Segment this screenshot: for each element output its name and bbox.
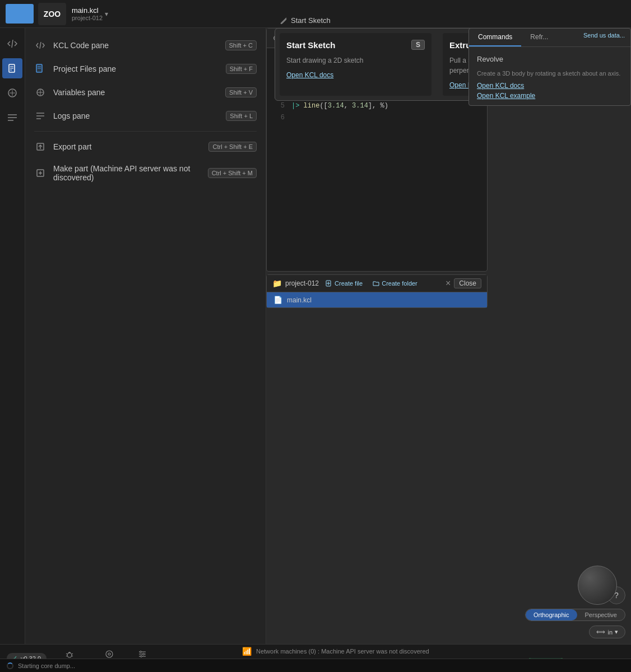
svg-line-45 [66,656,67,656]
svg-line-37 [281,18,286,24]
viewport-controls: ? Orthographic Perspective ⟺ in ▾ [525,586,625,638]
view-toggle: Orthographic Perspective [525,609,625,621]
revolve-description: Create a 3D body by rotating a sketch ab… [477,69,623,78]
create-folder-icon [373,280,379,287]
commands-tab[interactable]: Commands [469,29,521,46]
project-info: main.kcl project-012 [72,6,103,21]
code-icon [34,39,47,52]
sidebar-icon-logs[interactable] [2,108,22,128]
export-label: Export part [53,142,202,151]
svg-point-47 [106,651,113,657]
loading-bar: Starting core dump... [0,659,631,672]
perspective-button[interactable]: Perspective [577,609,625,620]
code-line-5: 5 |> line([3.14, 3.14], %) [267,100,487,112]
compass-sphere [578,566,617,605]
dimension-icon: ⟺ [596,628,605,636]
project-arrow-icon[interactable]: ▾ [105,10,108,18]
logs-label: Logs pane [53,111,219,120]
kcl-code-label: KCL Code pane [53,41,219,50]
logs-shortcut: Shift + L [226,111,257,121]
files-header: 📁 project-012 Create file Create folder [267,275,487,292]
panel-item-export[interactable]: Export part Ctrl + Shift + E [25,135,266,158]
wifi-icon: 📶 [242,647,252,656]
panel-item-logs[interactable]: Logs pane Shift + L [25,104,266,128]
panel-divider [34,131,257,132]
commands-content: Revolve Create a 3D body by rotating a s… [469,47,630,105]
cmd-start-sketch-desc: Start drawing a 2D sketch [286,55,425,66]
create-file-icon [326,280,332,287]
files-close-button[interactable]: Close [454,278,481,288]
make-shortcut: Ctrl + Shift + M [208,168,257,178]
revolve-links: Open KCL docs Open KCL example [477,82,623,100]
pencil-icon [280,17,287,25]
svg-point-41 [67,653,72,657]
panel-item-make[interactable]: Make part (Machine API server was not di… [25,158,266,188]
svg-line-44 [72,654,73,654]
revolve-item[interactable]: Revolve [477,53,623,66]
create-file-label: Create file [335,280,363,287]
cmd-start-sketch-link[interactable]: Open KCL docs [286,71,425,79]
make-label: Make part (Machine API server was not di… [53,164,201,182]
network-machines-text: Network machines (0) : Machine API serve… [256,648,429,655]
logo: ZOO [38,3,66,25]
logs-icon [34,110,47,122]
refresh-tab[interactable]: Refr... [521,29,557,46]
kcl-code-shortcut: Shift + C [225,40,257,50]
left-icon-sidebar [0,28,25,644]
commands-tabs: Commands Refr... Send us data... [469,29,630,47]
files-project-name: project-012 [285,279,319,287]
open-kcl-example-link[interactable]: Open KCL example [477,92,623,100]
unit-chevron: ▾ [615,628,618,636]
export-icon [34,141,47,153]
network-machines-bar: 📶 Network machines (0) : Machine API ser… [235,644,631,658]
svg-point-52 [140,651,142,652]
loading-spinner [7,662,13,669]
project-name: main.kcl [72,6,103,15]
variables-shortcut: Shift + V [225,87,257,97]
file-kcl-name: main.kcl [287,296,312,304]
cmd-start-sketch-title: Start Sketch S [286,40,425,50]
project-files-label: Project Files pane [53,64,219,73]
unit-display[interactable]: ⟺ in ▾ [589,626,625,638]
main-area: KCL Code pane Shift + C Project Files pa… [0,28,631,644]
variables-icon [34,86,47,99]
sidebar-icon-files[interactable] [2,58,22,78]
files-icon [34,63,47,75]
open-kcl-docs-link[interactable]: Open KCL docs [477,82,623,90]
file-kcl-icon: 📄 [273,296,282,304]
svg-line-0 [12,40,13,48]
viewport[interactable]: KCL Code ••• Close 1 sketch001 = startSk… [266,28,631,644]
variables-label: Variables pane [53,88,219,97]
svg-point-53 [143,653,145,655]
start-sketch-dropdown-title: Start Sketch [291,16,331,25]
dropdown-start-sketch: Start Sketch S Start drawing a 2D sketch… [280,33,432,96]
cmd-start-sketch-key: S [411,40,425,50]
left-panel: KCL Code pane Shift + C Project Files pa… [25,28,266,644]
export-shortcut: Ctrl + Shift + E [208,142,257,152]
unit-value: in [607,629,613,636]
loading-text: Starting core dump... [18,662,75,669]
create-folder-label: Create folder [382,280,417,287]
create-folder-button[interactable]: Create folder [369,279,421,288]
file-item-main-kcl[interactable]: 📄 main.kcl [267,292,487,307]
folder-icon: 📁 [272,279,282,288]
panel-item-kcl-code[interactable]: KCL Code pane Shift + C [25,34,266,57]
make-icon [34,167,47,179]
sidebar-icon-code[interactable] [2,34,22,54]
project-sub: project-012 [72,15,103,21]
commands-popup: Commands Refr... Send us data... Revolve… [468,28,631,106]
orthographic-button[interactable]: Orthographic [526,609,577,620]
compass [578,566,617,605]
project-files-panel: 📁 project-012 Create file Create folder [266,274,488,308]
project-files-shortcut: Shift + F [226,64,257,74]
create-file-button[interactable]: Create file [322,279,366,288]
panel-item-project-files[interactable]: Project Files pane Shift + F [25,57,266,81]
send-us-data-link[interactable]: Send us data... [583,32,625,43]
svg-line-43 [66,654,67,654]
svg-point-54 [141,655,142,657]
sidebar-icon-variables[interactable] [2,83,22,103]
files-close-icon[interactable]: × [446,278,451,288]
svg-point-48 [108,653,110,655]
panel-item-variables[interactable]: Variables pane Shift + V [25,81,266,104]
svg-line-11 [40,42,41,49]
